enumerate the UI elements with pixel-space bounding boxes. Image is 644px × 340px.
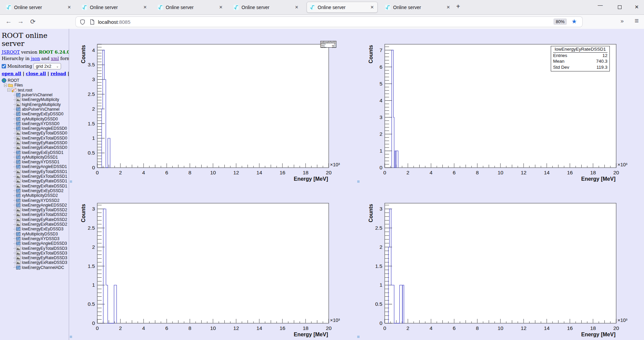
- browser-tab[interactable]: Online server✕: [231, 2, 302, 13]
- tree-item-label[interactable]: lowEnergyExRateDSSD2: [22, 222, 67, 227]
- histogram-pad-lowEnergyEyRateDSSD0[interactable]: 0246810121416182000.511.522.533.54×10³En…: [69, 29, 357, 188]
- layout-select[interactable]: grid 2x2 ⌄: [34, 63, 61, 69]
- tree-row[interactable]: absPulserVsChannel: [0, 107, 69, 112]
- window-minimize-button[interactable]: —: [598, 2, 603, 8]
- tree-row[interactable]: xyMultiplicityDSSD2: [0, 193, 69, 198]
- pad-resize-marker[interactable]: [70, 180, 72, 183]
- tree-row[interactable]: Files: [0, 83, 69, 88]
- tree-item-label[interactable]: lowEnergyExEyDSSD0: [22, 112, 63, 116]
- bookmark-star-icon[interactable]: ★: [572, 18, 577, 25]
- page-icon[interactable]: [90, 19, 95, 25]
- tree-item-label[interactable]: lowEnergyExRateDSSD0: [22, 145, 67, 150]
- tree-item-label[interactable]: lowEnergyXYDSSD0: [22, 121, 59, 126]
- tree-item-label[interactable]: pulserVsChannel: [22, 93, 52, 97]
- histogram-pad-lowEnergyEyRateDSSD3[interactable]: 0246810121416182000.511.522.53×10³Energy…: [357, 188, 644, 340]
- overflow-chevrons-icon[interactable]: »: [621, 18, 624, 24]
- tree-row[interactable]: lowEnergyEyTotalDSSD0: [0, 131, 69, 135]
- tree-item-label[interactable]: lowEnergyAngleEDSSD3: [22, 241, 67, 246]
- tree-file-label[interactable]: test.root: [18, 88, 32, 93]
- tree-row[interactable]: lowEnergyXYDSSD2: [0, 198, 69, 203]
- tab-close-icon[interactable]: ✕: [294, 5, 299, 10]
- tree-item-label[interactable]: lowEnergyMultiplicity: [22, 97, 59, 102]
- back-icon[interactable]: ←: [5, 18, 12, 25]
- pad-resize-marker[interactable]: [70, 336, 72, 338]
- xml-link[interactable]: xml: [51, 56, 59, 61]
- tab-close-icon[interactable]: ✕: [67, 5, 72, 10]
- tree-row[interactable]: lowEnergyExRateDSSD2: [0, 222, 69, 227]
- tree-row[interactable]: xyMultiplicityDSSD0: [0, 116, 69, 121]
- browser-tab[interactable]: Online server✕: [307, 2, 378, 13]
- shield-icon[interactable]: [80, 19, 85, 25]
- tree-item-label[interactable]: lowEnergyXYDSSD1: [22, 160, 59, 164]
- tree-row[interactable]: lowEnergyEyTotalDSSD3: [0, 246, 69, 250]
- tree-row[interactable]: lowEnergyExTotalDSSD0: [0, 136, 69, 140]
- tree-row[interactable]: lowEnergyChannelADC: [0, 265, 69, 270]
- tree-item-label[interactable]: lowEnergyAngleEDSSD1: [22, 164, 67, 169]
- reload-link[interactable]: reload: [51, 71, 66, 76]
- tree-item-label[interactable]: lowEnergyExTotalDSSD3: [22, 251, 67, 256]
- tree-row[interactable]: test.root: [0, 88, 69, 93]
- tree-row[interactable]: lowEnergyEyRateDSSD1: [0, 179, 69, 183]
- tree-row[interactable]: lowEnergyEyTotalDSSD1: [0, 169, 69, 174]
- tree-item-label[interactable]: lowEnergyEyRateDSSD1: [22, 179, 67, 183]
- tree-row[interactable]: lowEnergyExEyDSSD1: [0, 150, 69, 155]
- tree-row[interactable]: xyMultiplicityDSSD1: [0, 155, 69, 160]
- tree-row[interactable]: lowEnergyEyRateDSSD3: [0, 256, 69, 260]
- tree-item-label[interactable]: xyMultiplicityDSSD1: [22, 155, 58, 160]
- tree-row[interactable]: lowEnergyExEyDSSD3: [0, 227, 69, 231]
- tree-row[interactable]: lowEnergyAngleEDSSD3: [0, 241, 69, 246]
- tree-item-label[interactable]: lowEnergyEyRateDSSD2: [22, 217, 67, 222]
- json-link[interactable]: json: [31, 56, 40, 61]
- tree-item-label[interactable]: lowEnergyChannelADC: [22, 265, 64, 270]
- tab-close-icon[interactable]: ✕: [446, 5, 451, 10]
- tree-row[interactable]: lowEnergyExEyDSSD0: [0, 112, 69, 116]
- tree-item-label[interactable]: absPulserVsChannel: [22, 107, 59, 112]
- tree-item-label[interactable]: lowEnergyExEyDSSD3: [22, 227, 63, 231]
- reload-icon[interactable]: ⟳: [30, 18, 36, 25]
- tree-row[interactable]: lowEnergyAngleEDSSD2: [0, 203, 69, 208]
- tree-row[interactable]: lowEnergyEyRateDSSD2: [0, 217, 69, 222]
- hamburger-menu-icon[interactable]: ≡: [635, 17, 639, 25]
- tree-row[interactable]: lowEnergyXYDSSD3: [0, 236, 69, 241]
- tree-item-label[interactable]: lowEnergyExTotalDSSD0: [22, 136, 67, 140]
- tree-item-label[interactable]: lowEnergyEyTotalDSSD3: [22, 246, 67, 251]
- tree-row[interactable]: lowEnergyAngleEDSSD0: [0, 126, 69, 131]
- browser-tab[interactable]: Online server✕: [3, 2, 74, 13]
- tree-item-label[interactable]: highEnergyMultiplicity: [22, 102, 61, 107]
- tree-row[interactable]: lowEnergyEyRateDSSD0: [0, 140, 69, 145]
- browser-tab[interactable]: Online server✕: [382, 2, 453, 13]
- window-maximize-button[interactable]: [618, 5, 622, 9]
- browser-tab[interactable]: Online server✕: [79, 2, 150, 13]
- tree-item-label[interactable]: lowEnergyEyTotalDSSD2: [22, 208, 67, 212]
- tree-item-label[interactable]: lowEnergyAngleEDSSD2: [22, 203, 67, 208]
- window-close-button[interactable]: ✕: [635, 4, 639, 10]
- close-all-link[interactable]: close all: [26, 71, 46, 76]
- tree-item-label[interactable]: xyMultiplicityDSSD2: [22, 193, 58, 198]
- tree-item-label[interactable]: xyMultiplicityDSSD0: [22, 117, 58, 121]
- tree-item-label[interactable]: lowEnergyAngleEDSSD0: [22, 126, 67, 131]
- tree-item-label[interactable]: lowEnergyEyTotalDSSD1: [22, 169, 67, 174]
- tree-item-label[interactable]: lowEnergyExRateDSSD1: [22, 184, 67, 188]
- tree-row[interactable]: xyMultiplicityDSSD3: [0, 232, 69, 236]
- tree-row[interactable]: pulserVsChannel: [0, 93, 69, 97]
- tree-item-label[interactable]: lowEnergyEyTotalDSSD0: [22, 131, 67, 135]
- tree-row[interactable]: lowEnergyExTotalDSSD2: [0, 212, 69, 217]
- pad-resize-marker[interactable]: [357, 180, 360, 183]
- tree-row[interactable]: lowEnergyXYDSSD0: [0, 121, 69, 126]
- tree-row[interactable]: lowEnergyEyTotalDSSD2: [0, 208, 69, 212]
- tree-item-label[interactable]: xyMultiplicityDSSD3: [22, 232, 58, 236]
- tree-item-label[interactable]: lowEnergyEyRateDSSD0: [22, 140, 67, 145]
- tree-row[interactable]: lowEnergyExRateDSSD3: [0, 260, 69, 265]
- tab-close-icon[interactable]: ✕: [143, 5, 148, 10]
- tree-item-label[interactable]: lowEnergyEyRateDSSD3: [22, 256, 67, 260]
- jsroot-link[interactable]: JSROOT: [2, 50, 20, 55]
- stat-box-lowEnergyEyRateDSSD0[interactable]: lowEnergyEyRateDSSD0Entries11Mean683.5St…: [320, 41, 336, 48]
- tree-item-label[interactable]: lowEnergyExTotalDSSD1: [22, 174, 67, 179]
- tree-row[interactable]: lowEnergyExRateDSSD1: [0, 184, 69, 188]
- tab-close-icon[interactable]: ✕: [218, 5, 223, 10]
- tree-root-label[interactable]: ROOT: [8, 78, 19, 83]
- new-tab-button[interactable]: +: [456, 3, 460, 10]
- tree-row[interactable]: lowEnergyMultiplicity: [0, 97, 69, 102]
- tree-item-label[interactable]: lowEnergyExRateDSSD3: [22, 260, 67, 265]
- monitoring-checkbox[interactable]: [2, 64, 6, 68]
